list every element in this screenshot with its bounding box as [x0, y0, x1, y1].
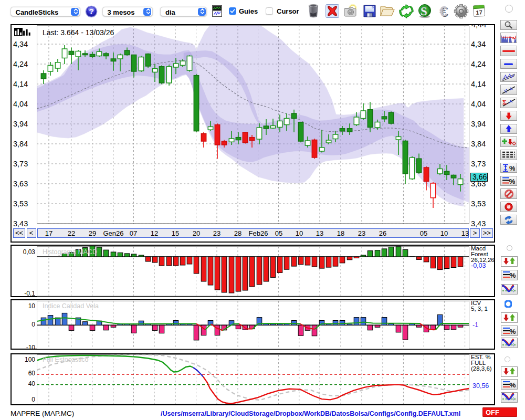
svg-text:?: ? — [89, 7, 93, 16]
svg-text:%: % — [510, 328, 516, 335]
svg-text:S: S — [421, 5, 427, 18]
svg-text:%: % — [510, 271, 516, 279]
svg-text:Σ: Σ — [502, 99, 507, 106]
svg-text:%: % — [509, 164, 515, 172]
svg-text:%: % — [509, 177, 516, 185]
svg-text:€: € — [439, 4, 448, 18]
svg-text:%: % — [510, 381, 516, 388]
svg-text:17: 17 — [476, 9, 482, 16]
